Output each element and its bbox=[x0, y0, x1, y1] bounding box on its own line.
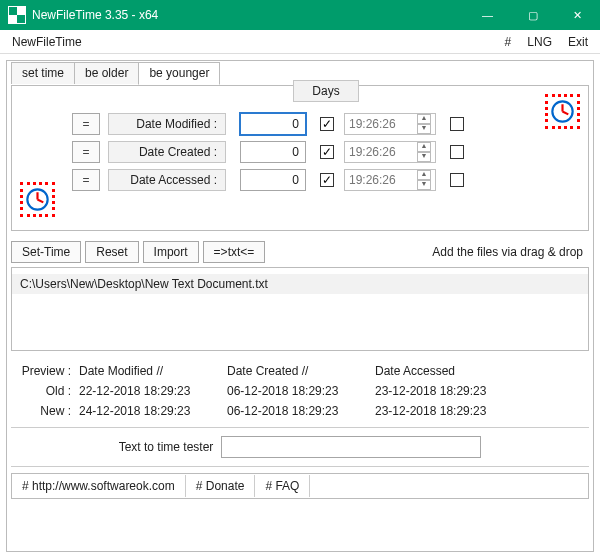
spin-up-icon[interactable]: ▲ bbox=[417, 142, 431, 152]
row-date-accessed: = Date Accessed : 0 ✓ 19:26:26 ▲▼ ✓ bbox=[12, 166, 588, 194]
days-input-created[interactable]: 0 bbox=[240, 141, 306, 163]
checkbox-accessed[interactable]: ✓ bbox=[320, 173, 334, 187]
time-input-created[interactable]: 19:26:26 ▲▼ bbox=[344, 141, 436, 163]
import-button[interactable]: Import bbox=[143, 241, 199, 263]
drag-drop-hint[interactable]: Add the files via drag & drop bbox=[432, 245, 583, 259]
tester-bar: Text to time tester bbox=[7, 434, 593, 460]
days-input-accessed[interactable]: 0 bbox=[240, 169, 306, 191]
link-website[interactable]: # http://www.softwareok.com bbox=[12, 475, 186, 497]
spin-down-icon[interactable]: ▼ bbox=[417, 152, 431, 162]
time-value: 19:26:26 bbox=[349, 114, 396, 134]
preview-label: Preview : bbox=[17, 364, 79, 378]
main-panel: set time be older be younger Days = Date… bbox=[6, 60, 594, 552]
divider bbox=[11, 466, 589, 467]
label-date-modified: Date Modified : bbox=[108, 113, 226, 135]
set-time-button[interactable]: Set-Time bbox=[11, 241, 81, 263]
label-date-created: Date Created : bbox=[108, 141, 226, 163]
new-date-modified: 24-12-2018 18:29:23 bbox=[79, 404, 227, 418]
old-label: Old : bbox=[17, 384, 79, 398]
toolbar: Set-Time Reset Import =>txt<= Add the fi… bbox=[11, 241, 589, 263]
eq-button[interactable]: = bbox=[72, 141, 100, 163]
days-header: Days bbox=[293, 80, 359, 102]
checkbox2-modified[interactable]: ✓ bbox=[450, 117, 464, 131]
menu-exit[interactable]: Exit bbox=[560, 32, 596, 52]
col-header: Date Accessed bbox=[375, 364, 455, 378]
spin-up-icon[interactable]: ▲ bbox=[417, 170, 431, 180]
checkbox-created[interactable]: ✓ bbox=[320, 145, 334, 159]
tab-set-time[interactable]: set time bbox=[11, 62, 75, 84]
list-item[interactable]: C:\Users\New\Desktop\New Text Document.t… bbox=[12, 274, 588, 294]
title-bar: NewFileTime 3.35 - x64 — ▢ ✕ bbox=[0, 0, 600, 30]
file-list[interactable]: C:\Users\New\Desktop\New Text Document.t… bbox=[11, 267, 589, 351]
menu-newfiletime[interactable]: NewFileTime bbox=[4, 32, 90, 52]
spin-down-icon[interactable]: ▼ bbox=[417, 124, 431, 134]
spin-up-icon[interactable]: ▲ bbox=[417, 114, 431, 124]
label-date-accessed: Date Accessed : bbox=[108, 169, 226, 191]
days-input-modified[interactable]: 0 bbox=[240, 113, 306, 135]
preview-panel: Preview : Date Modified // Date Created … bbox=[17, 361, 583, 421]
old-date-accessed: 23-12-2018 18:29:23 bbox=[375, 384, 523, 398]
new-date-created: 06-12-2018 18:29:23 bbox=[227, 404, 375, 418]
checkbox-modified[interactable]: ✓ bbox=[320, 117, 334, 131]
tab-be-younger[interactable]: be younger bbox=[138, 62, 220, 85]
old-date-modified: 22-12-2018 18:29:23 bbox=[79, 384, 227, 398]
time-value: 19:26:26 bbox=[349, 170, 396, 190]
col-header: Date Created bbox=[227, 364, 298, 378]
new-label: New : bbox=[17, 404, 79, 418]
old-date-created: 06-12-2018 18:29:23 bbox=[227, 384, 375, 398]
tester-input[interactable] bbox=[221, 436, 481, 458]
divider bbox=[11, 427, 589, 428]
checkbox2-created[interactable]: ✓ bbox=[450, 145, 464, 159]
time-input-modified[interactable]: 19:26:26 ▲▼ bbox=[344, 113, 436, 135]
time-value: 19:26:26 bbox=[349, 142, 396, 162]
minimize-button[interactable]: — bbox=[465, 0, 510, 30]
maximize-button[interactable]: ▢ bbox=[510, 0, 555, 30]
tester-label: Text to time tester bbox=[119, 440, 214, 454]
time-input-accessed[interactable]: 19:26:26 ▲▼ bbox=[344, 169, 436, 191]
tab-be-older[interactable]: be older bbox=[74, 62, 139, 84]
menu-lng[interactable]: LNG bbox=[519, 32, 560, 52]
spin-down-icon[interactable]: ▼ bbox=[417, 180, 431, 190]
window-buttons: — ▢ ✕ bbox=[465, 0, 600, 30]
bottom-links: # http://www.softwareok.com # Donate # F… bbox=[11, 473, 589, 499]
new-date-accessed: 23-12-2018 18:29:23 bbox=[375, 404, 523, 418]
checkbox2-accessed[interactable]: ✓ bbox=[450, 173, 464, 187]
row-date-created: = Date Created : 0 ✓ 19:26:26 ▲▼ ✓ bbox=[12, 138, 588, 166]
col-header: Date Modified bbox=[79, 364, 153, 378]
app-icon bbox=[8, 6, 26, 24]
tab-panel: Days = Date Modified : 0 ✓ 19:26:26 ▲▼ ✓ bbox=[11, 85, 589, 231]
txt-button[interactable]: =>txt<= bbox=[203, 241, 266, 263]
close-button[interactable]: ✕ bbox=[555, 0, 600, 30]
row-date-modified: = Date Modified : 0 ✓ 19:26:26 ▲▼ ✓ bbox=[12, 110, 588, 138]
menu-bar: NewFileTime # LNG Exit bbox=[0, 30, 600, 54]
eq-button[interactable]: = bbox=[72, 169, 100, 191]
link-faq[interactable]: # FAQ bbox=[255, 475, 310, 497]
window-title: NewFileTime 3.35 - x64 bbox=[32, 8, 465, 22]
reset-button[interactable]: Reset bbox=[85, 241, 138, 263]
link-donate[interactable]: # Donate bbox=[186, 475, 256, 497]
eq-button[interactable]: = bbox=[72, 113, 100, 135]
menu-hash[interactable]: # bbox=[497, 32, 520, 52]
